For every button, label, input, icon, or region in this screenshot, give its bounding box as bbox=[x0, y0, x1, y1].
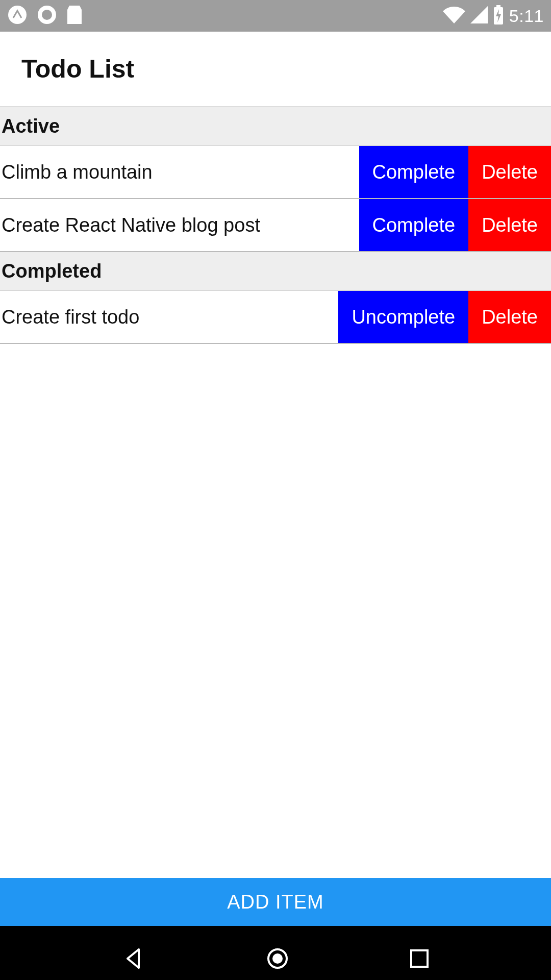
android-status-bar: 5:11 bbox=[0, 0, 551, 32]
delete-button[interactable]: Delete bbox=[468, 291, 551, 343]
complete-button[interactable]: Complete bbox=[359, 146, 469, 198]
complete-button[interactable]: Complete bbox=[359, 199, 469, 251]
section-header-active: Active bbox=[0, 107, 551, 146]
todo-row: Climb a mountain Complete Delete bbox=[0, 146, 551, 199]
status-bar-left bbox=[7, 5, 83, 27]
android-nav-bar bbox=[0, 926, 551, 980]
nav-recent-icon[interactable] bbox=[409, 948, 430, 971]
todo-row: Create first todo Uncomplete Delete bbox=[0, 291, 551, 344]
page-title: Todo List bbox=[21, 54, 134, 84]
wifi-icon bbox=[443, 6, 465, 26]
add-item-button[interactable]: ADD ITEM bbox=[0, 878, 551, 926]
svg-point-5 bbox=[272, 953, 283, 964]
svg-point-1 bbox=[40, 8, 54, 22]
cell-signal-icon bbox=[470, 6, 488, 26]
todo-text: Create React Native blog post bbox=[0, 199, 359, 251]
app-header: Todo List bbox=[0, 32, 551, 107]
svg-rect-3 bbox=[496, 5, 500, 8]
app-badge-icon bbox=[7, 5, 28, 27]
sd-card-icon bbox=[66, 5, 83, 27]
svg-point-0 bbox=[8, 6, 27, 24]
section-header-completed: Completed bbox=[0, 252, 551, 291]
todo-row: Create React Native blog post Complete D… bbox=[0, 199, 551, 252]
svg-rect-6 bbox=[411, 950, 428, 967]
todo-text: Climb a mountain bbox=[0, 146, 359, 198]
delete-button[interactable]: Delete bbox=[468, 146, 551, 198]
todo-text: Create first todo bbox=[0, 291, 338, 343]
empty-space bbox=[0, 344, 551, 926]
delete-button[interactable]: Delete bbox=[468, 199, 551, 251]
app-screen: Todo List Active Climb a mountain Comple… bbox=[0, 32, 551, 926]
circle-icon bbox=[37, 5, 57, 27]
status-bar-right: 5:11 bbox=[443, 5, 544, 27]
uncomplete-button[interactable]: Uncomplete bbox=[338, 291, 468, 343]
status-bar-clock: 5:11 bbox=[509, 6, 544, 26]
battery-charging-icon bbox=[493, 5, 504, 27]
nav-back-icon[interactable] bbox=[121, 946, 146, 973]
nav-home-icon[interactable] bbox=[266, 947, 289, 972]
